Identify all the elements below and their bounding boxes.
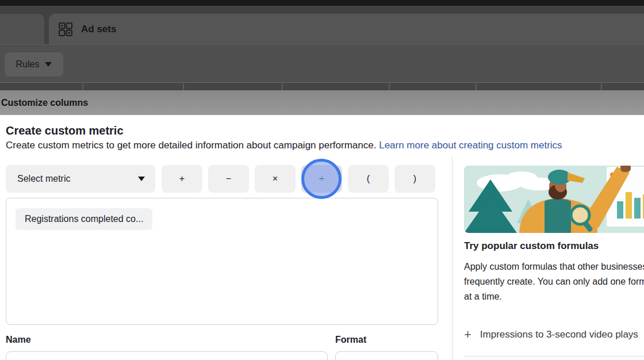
select-metric-dropdown[interactable]: Select metric bbox=[6, 165, 155, 193]
popular-formulas-panel: Try popular custom formulas Apply custom… bbox=[464, 166, 644, 233]
name-input[interactable] bbox=[6, 351, 328, 360]
customize-columns-title: Customize columns bbox=[0, 98, 88, 108]
tab-ad-sets[interactable]: Ad sets bbox=[49, 14, 644, 44]
formula-item-impressions-to-3-second-video-plays[interactable]: + Impressions to 3-second video plays bbox=[464, 328, 638, 341]
table-header-row bbox=[0, 82, 644, 90]
screen: Ad sets Rules Customize columns Create c… bbox=[0, 0, 644, 360]
popular-formulas-description: Apply custom formulas that other busines… bbox=[464, 259, 644, 304]
format-field-label: Format bbox=[335, 335, 366, 345]
dialog-description-text: Create custom metrics to get more detail… bbox=[6, 140, 376, 151]
operator-plus-button[interactable]: + bbox=[162, 165, 202, 193]
top-navigation-bar bbox=[0, 0, 644, 6]
operator-minus-button[interactable]: − bbox=[208, 165, 249, 193]
illustration-graphic bbox=[464, 166, 644, 233]
plus-icon: + bbox=[464, 328, 471, 341]
ad-sets-grid-icon bbox=[58, 22, 73, 37]
popular-formulas-illustration bbox=[464, 166, 644, 233]
formula-editor-area[interactable]: Registrations completed co... bbox=[6, 198, 438, 325]
rules-button-label: Rules bbox=[16, 59, 40, 70]
chevron-down-icon bbox=[45, 62, 52, 67]
panel-divider bbox=[452, 156, 453, 360]
list-divider bbox=[464, 356, 644, 357]
customize-columns-modal-header: Customize columns bbox=[0, 90, 644, 115]
operator-close-paren-button[interactable]: ) bbox=[394, 165, 435, 193]
dialog-title: Create custom metric bbox=[6, 124, 124, 137]
formula-item-label: Impressions to 3-second video plays bbox=[480, 329, 638, 340]
operator-open-paren-button[interactable]: ( bbox=[348, 165, 389, 193]
select-metric-label: Select metric bbox=[17, 174, 70, 184]
chevron-down-icon bbox=[138, 177, 145, 181]
learn-more-link[interactable]: Learn more about creating custom metrics bbox=[379, 140, 562, 151]
metric-chip[interactable]: Registrations completed co... bbox=[16, 208, 152, 230]
create-custom-metric-dialog: Create custom metric Create custom metri… bbox=[0, 115, 644, 360]
format-select[interactable] bbox=[335, 351, 438, 360]
toolbar-row: Rules bbox=[0, 44, 644, 82]
report-tabs-row: Ad sets bbox=[0, 6, 644, 44]
rules-dropdown-button[interactable]: Rules bbox=[5, 52, 63, 76]
name-field-label: Name bbox=[6, 335, 31, 345]
dialog-description: Create custom metrics to get more detail… bbox=[6, 140, 562, 151]
popular-formulas-heading: Try popular custom formulas bbox=[464, 240, 599, 252]
click-highlight-circle bbox=[301, 159, 342, 199]
tab-ad-sets-label: Ad sets bbox=[81, 24, 116, 35]
operator-multiply-button[interactable]: × bbox=[255, 165, 296, 193]
tab-campaigns-partial[interactable] bbox=[0, 14, 44, 44]
